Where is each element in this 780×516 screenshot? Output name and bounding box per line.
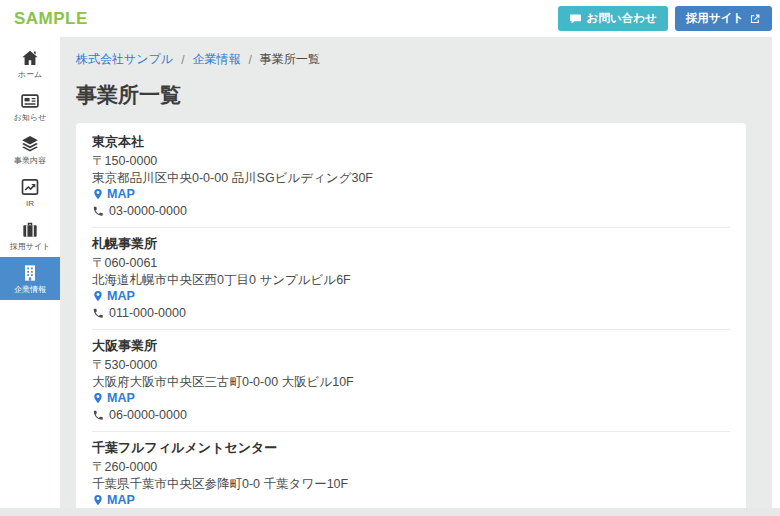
contact-button-label: お問い合わせ bbox=[587, 11, 657, 26]
sidebar-item-label: 採用サイト bbox=[10, 242, 51, 251]
office-address: 東京都品川区中央0-0-00 品川SGビルディング30F bbox=[92, 170, 730, 187]
office-name: 大阪事業所 bbox=[92, 337, 730, 354]
office-entry-chiba: 千葉フルフィルメントセンター 〒260-0000 千葉県千葉市中央区参降町0-0… bbox=[92, 432, 730, 508]
map-pin-icon bbox=[92, 494, 104, 506]
office-postal: 〒530-0000 bbox=[92, 357, 730, 374]
office-list-card: 東京本社 〒150-0000 東京都品川区中央0-0-00 品川SGビルディング… bbox=[76, 123, 746, 508]
phone-icon bbox=[92, 409, 104, 421]
layers-icon bbox=[20, 134, 40, 154]
office-phone: 03-0000-0000 bbox=[109, 204, 187, 218]
external-link-icon bbox=[749, 13, 761, 25]
breadcrumb-link-company-top[interactable]: 株式会社サンプル bbox=[76, 51, 173, 68]
breadcrumb: 株式会社サンプル / 企業情報 / 事業所一覧 bbox=[76, 51, 772, 68]
header-buttons: お問い合わせ 採用サイト bbox=[558, 6, 772, 31]
recruit-button-label: 採用サイト bbox=[686, 11, 744, 26]
page-title: 事業所一覧 bbox=[76, 81, 772, 109]
content-area: 株式会社サンプル / 企業情報 / 事業所一覧 事業所一覧 東京本社 〒150-… bbox=[60, 37, 772, 508]
sidebar-item-label: ホーム bbox=[18, 70, 42, 79]
recruit-site-button[interactable]: 採用サイト bbox=[675, 6, 772, 31]
office-postal: 〒150-0000 bbox=[92, 153, 730, 170]
app-window: SAMPLE お問い合わせ 採用サイト ホーム bbox=[0, 0, 780, 516]
main-row: ホーム お知らせ 事業内容 IR bbox=[0, 37, 780, 508]
map-pin-icon bbox=[92, 392, 104, 404]
breadcrumb-current: 事業所一覧 bbox=[260, 51, 320, 68]
phone-icon bbox=[92, 205, 104, 217]
page-bottom-strip bbox=[0, 508, 780, 516]
briefcase-icon bbox=[20, 220, 40, 240]
sidebar-item-news[interactable]: お知らせ bbox=[0, 85, 60, 128]
office-entry-tokyo: 東京本社 〒150-0000 東京都品川区中央0-0-00 品川SGビルディング… bbox=[92, 126, 730, 228]
speech-bubble-icon bbox=[569, 12, 582, 25]
office-address: 千葉県千葉市中央区参降町0-0 千葉タワー10F bbox=[92, 476, 730, 493]
office-postal: 〒260-0000 bbox=[92, 459, 730, 476]
scrollbar-track[interactable] bbox=[772, 37, 780, 508]
sidebar-item-business[interactable]: 事業内容 bbox=[0, 128, 60, 171]
sidebar-item-label: お知らせ bbox=[14, 113, 47, 122]
map-pin-icon bbox=[92, 290, 104, 302]
breadcrumb-separator: / bbox=[181, 53, 184, 67]
office-entry-osaka: 大阪事業所 〒530-0000 大阪府大阪市中央区三古町0-0-00 大阪ビル1… bbox=[92, 330, 730, 432]
map-pin-icon bbox=[92, 188, 104, 200]
map-link[interactable]: MAP bbox=[107, 187, 135, 201]
map-link[interactable]: MAP bbox=[107, 391, 135, 405]
office-address: 北海道札幌市中央区西0丁目0 サンプルビル6F bbox=[92, 272, 730, 289]
office-name: 東京本社 bbox=[92, 133, 730, 150]
office-name: 千葉フルフィルメントセンター bbox=[92, 439, 730, 456]
breadcrumb-link-company-info[interactable]: 企業情報 bbox=[192, 51, 240, 68]
map-link[interactable]: MAP bbox=[107, 493, 135, 507]
newspaper-icon bbox=[20, 91, 40, 111]
map-link[interactable]: MAP bbox=[107, 289, 135, 303]
sidebar-item-home[interactable]: ホーム bbox=[0, 42, 60, 85]
building-icon bbox=[20, 263, 40, 283]
home-icon bbox=[20, 48, 40, 68]
contact-button[interactable]: お問い合わせ bbox=[558, 6, 668, 31]
sidebar-item-ir[interactable]: IR bbox=[0, 171, 60, 214]
office-entry-sapporo: 札幌事業所 〒060-0061 北海道札幌市中央区西0丁目0 サンプルビル6F … bbox=[92, 228, 730, 330]
logo[interactable]: SAMPLE bbox=[14, 9, 88, 29]
sidebar-item-label: 事業内容 bbox=[14, 156, 46, 165]
phone-icon bbox=[92, 307, 104, 319]
top-header: SAMPLE お問い合わせ 採用サイト bbox=[0, 0, 780, 37]
sidebar-item-company[interactable]: 企業情報 bbox=[0, 257, 60, 300]
sidebar-item-label: 企業情報 bbox=[14, 285, 46, 294]
office-postal: 〒060-0061 bbox=[92, 255, 730, 272]
office-phone: 06-0000-0000 bbox=[109, 408, 187, 422]
sidebar-nav: ホーム お知らせ 事業内容 IR bbox=[0, 37, 60, 508]
sidebar-item-label: IR bbox=[26, 199, 34, 208]
office-name: 札幌事業所 bbox=[92, 235, 730, 252]
breadcrumb-separator: / bbox=[248, 53, 251, 67]
office-phone: 011-000-0000 bbox=[109, 306, 186, 320]
chart-icon bbox=[20, 177, 40, 197]
sidebar-item-recruit[interactable]: 採用サイト bbox=[0, 214, 60, 257]
office-address: 大阪府大阪市中央区三古町0-0-00 大阪ビル10F bbox=[92, 374, 730, 391]
